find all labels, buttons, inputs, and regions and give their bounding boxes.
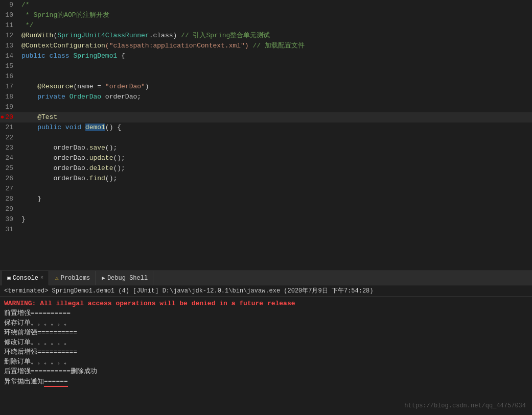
line-number: 28 bbox=[0, 194, 19, 204]
line-number: 26 bbox=[0, 174, 19, 184]
line-content bbox=[19, 184, 532, 194]
output-line: 删除订单。。。。。。 bbox=[4, 357, 528, 367]
panel-tabs: ▣Console×⚠Problems▶Debug Shell bbox=[0, 271, 532, 285]
code-line: 16 bbox=[0, 71, 532, 82]
tab-icon: ▶ bbox=[102, 275, 105, 281]
line-content bbox=[19, 225, 532, 235]
tab-label: Debug Shell bbox=[107, 275, 148, 282]
code-editor[interactable]: 9/*10 * Spring的AOP的注解开发11 */12@RunWith(S… bbox=[0, 0, 532, 271]
line-content: orderDao.delete(); bbox=[19, 163, 532, 174]
output-line: 保存订单。。。。。。 bbox=[4, 318, 528, 328]
output-line: 后置增强==========删除成功 bbox=[4, 367, 528, 376]
line-content: private OrderDao orderDao; bbox=[19, 92, 532, 102]
code-line: 18 private OrderDao orderDao; bbox=[0, 92, 532, 102]
output-line: 环绕前增强========== bbox=[4, 328, 528, 337]
bottom-panel: ▣Console×⚠Problems▶Debug Shell <terminat… bbox=[0, 271, 532, 415]
line-number: 24 bbox=[0, 153, 19, 163]
line-number: 11 bbox=[0, 20, 19, 31]
line-number: 22 bbox=[0, 133, 19, 143]
line-content: @RunWith(SpringJUnit4ClassRunner.class) … bbox=[19, 31, 532, 41]
line-number: 29 bbox=[0, 204, 19, 214]
line-number: 12 bbox=[0, 31, 19, 41]
code-line: 9/* bbox=[0, 0, 532, 10]
line-content bbox=[19, 102, 532, 112]
line-number: 18 bbox=[0, 92, 19, 102]
code-line: 24 orderDao.update(); bbox=[0, 153, 532, 163]
line-content: @Resource(name = "orderDao") bbox=[19, 82, 532, 92]
line-number: 16 bbox=[0, 71, 19, 82]
console-output: WARNING: All illegal access operations w… bbox=[0, 297, 532, 415]
code-line: 28 } bbox=[0, 194, 532, 204]
panel-tab-problems[interactable]: ⚠Problems bbox=[50, 271, 96, 285]
line-number: 14 bbox=[0, 51, 19, 61]
line-content bbox=[19, 133, 532, 143]
code-line: ●20 @Test bbox=[0, 112, 532, 123]
code-line: 17 @Resource(name = "orderDao") bbox=[0, 82, 532, 92]
code-line: 10 * Spring的AOP的注解开发 bbox=[0, 10, 532, 20]
line-number: 17 bbox=[0, 82, 19, 92]
code-line: 11 */ bbox=[0, 20, 532, 31]
code-line: 13@ContextConfiguration("classpath:appli… bbox=[0, 41, 532, 51]
output-line: 环绕后增强========== bbox=[4, 347, 528, 357]
line-number: 10 bbox=[0, 10, 19, 20]
line-number: 25 bbox=[0, 163, 19, 174]
code-line: 19 bbox=[0, 102, 532, 112]
code-line: 22 bbox=[0, 133, 532, 143]
code-line: 15 bbox=[0, 61, 532, 71]
line-content bbox=[19, 61, 532, 71]
line-number: 23 bbox=[0, 143, 19, 153]
line-content: orderDao.update(); bbox=[19, 153, 532, 163]
tab-icon: ⚠ bbox=[55, 275, 59, 281]
tab-label: Console bbox=[13, 275, 38, 282]
line-number: 15 bbox=[0, 61, 19, 71]
line-content: @ContextConfiguration("classpath:applica… bbox=[19, 41, 532, 51]
code-line: 12@RunWith(SpringJUnit4ClassRunner.class… bbox=[0, 31, 532, 41]
line-content: */ bbox=[19, 20, 532, 31]
line-content: * Spring的AOP的注解开发 bbox=[19, 10, 532, 20]
code-line: 29 bbox=[0, 204, 532, 214]
tab-close-icon[interactable]: × bbox=[40, 275, 43, 281]
line-number: 31 bbox=[0, 225, 19, 235]
tab-label: Problems bbox=[61, 275, 90, 282]
line-number: 27 bbox=[0, 184, 19, 194]
line-content: } bbox=[19, 194, 532, 204]
code-line: 25 orderDao.delete(); bbox=[0, 163, 532, 174]
line-content bbox=[19, 71, 532, 82]
code-line: 21 public void demo1() { bbox=[0, 123, 532, 133]
line-content: } bbox=[19, 214, 532, 225]
output-line: 前置增强========== bbox=[4, 308, 528, 318]
line-content: @Test bbox=[19, 112, 532, 123]
line-number: 30 bbox=[0, 214, 19, 225]
line-content: orderDao.save(); bbox=[19, 143, 532, 153]
code-line: 23 orderDao.save(); bbox=[0, 143, 532, 153]
line-number: ●20 bbox=[0, 112, 19, 123]
panel-tab-debug shell[interactable]: ▶Debug Shell bbox=[97, 271, 153, 285]
code-line: 31 bbox=[0, 225, 532, 235]
code-line: 26 orderDao.find(); bbox=[0, 174, 532, 184]
line-number: 19 bbox=[0, 102, 19, 112]
watermark: https://blog.csdn.net/qq_44757034 bbox=[404, 401, 526, 411]
output-line: 异常抛出通知====== bbox=[4, 376, 528, 387]
line-content: public class SpringDemo1 { bbox=[19, 51, 532, 61]
tab-icon: ▣ bbox=[7, 275, 11, 281]
line-number: 21 bbox=[0, 123, 19, 133]
code-line: 30} bbox=[0, 214, 532, 225]
line-content: public void demo1() { bbox=[19, 123, 532, 133]
line-content bbox=[19, 204, 532, 214]
warning-line: WARNING: All illegal access operations w… bbox=[4, 299, 528, 308]
line-number: 9 bbox=[0, 0, 19, 10]
line-number: 13 bbox=[0, 41, 19, 51]
code-line: 27 bbox=[0, 184, 532, 194]
panel-tab-console[interactable]: ▣Console× bbox=[2, 271, 49, 285]
console-header: <terminated> SpringDemo1.demo1 (4) [JUni… bbox=[0, 285, 532, 297]
output-line: 修改订单。。。。。。 bbox=[4, 337, 528, 347]
code-line: 14public class SpringDemo1 { bbox=[0, 51, 532, 61]
line-content: /* bbox=[19, 0, 532, 10]
line-content: orderDao.find(); bbox=[19, 174, 532, 184]
